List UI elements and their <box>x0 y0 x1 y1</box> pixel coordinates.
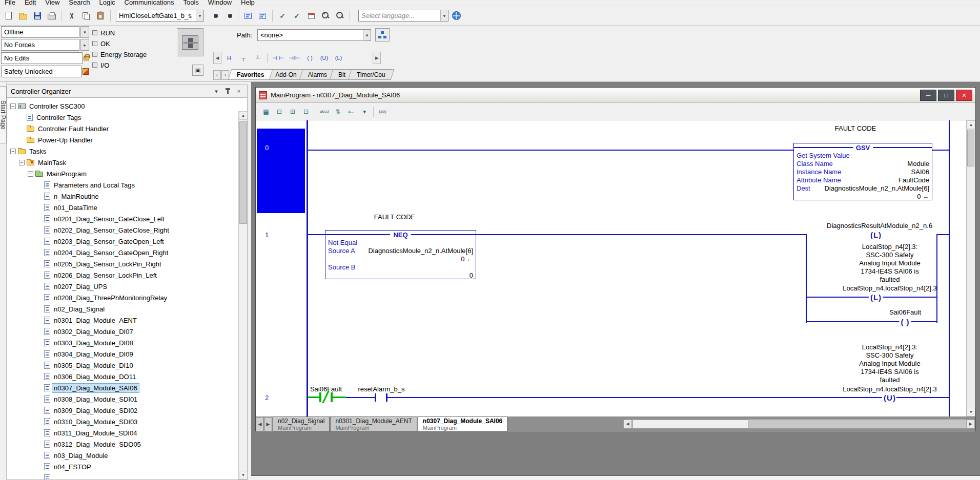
forces-status-box[interactable]: No Forces <box>1 39 79 51</box>
tree-item-n0304-diag-module-di09[interactable]: n0304_Diag_Module_DI09 <box>7 348 238 360</box>
routine-tab-n0301-diag-module-aent[interactable]: n0301_Diag_Module_AENTMainProgram <box>330 416 417 432</box>
tree-item-n0301-diag-module-aent[interactable]: n0301_Diag_Module_AENT <box>7 315 238 326</box>
zoom-in-button[interactable]: + <box>319 9 332 23</box>
routine-tab-n0307-diag-module-sai06[interactable]: n0307_Diag_Module_SAI06MainProgram <box>418 416 507 432</box>
tag-quick-combo[interactable]: HmiCloseLeftGate1_b_s ▾ <box>116 10 204 22</box>
xio-contact-bar[interactable] <box>319 392 321 402</box>
tree-item-n04-estop[interactable]: n04_ESTOP <box>7 461 238 472</box>
tree-item-n0302-diag-module-di07[interactable]: n0302_Diag_Module_DI07 <box>7 326 238 337</box>
xio-contact-button[interactable]: ⊣/⊢ <box>287 52 302 64</box>
scroll-down-icon[interactable]: ▼ <box>967 408 975 416</box>
toolbar-options-button[interactable]: ▣ <box>192 65 203 76</box>
restore-icon[interactable]: □ <box>938 90 954 101</box>
expander-icon[interactable]: − <box>19 160 25 165</box>
menu-item-help[interactable]: Help <box>236 0 259 6</box>
scroll-up-icon[interactable]: ▲ <box>239 111 248 120</box>
chevron-down-icon[interactable]: ▾ <box>440 10 448 21</box>
print-button[interactable] <box>45 9 58 23</box>
coil-tag[interactable]: DiagnosticsResultAtModule_n2_n.6 <box>827 222 932 229</box>
tabs-scroll-left-icon[interactable]: ◀ <box>256 417 264 431</box>
palette-tabs-left-icon[interactable]: ‹ <box>213 70 221 80</box>
grid-view-icon[interactable]: ▦ <box>260 106 272 118</box>
forces-menu-button[interactable]: ▸ <box>80 39 89 51</box>
expander-icon[interactable]: − <box>10 149 16 154</box>
new-button[interactable] <box>2 9 15 23</box>
tree-item-n0312-diag-module-sdo05[interactable]: n0312_Diag_Module_SDO05 <box>7 439 238 450</box>
rung-number[interactable]: 2 <box>265 394 269 402</box>
coil-tag[interactable]: Sai06Fault <box>889 308 921 316</box>
new-rung-button[interactable]: H <box>222 52 236 64</box>
otl-coil[interactable]: (L) <box>869 231 883 239</box>
zoom-out-button[interactable]: − <box>333 9 346 23</box>
tree-item-tasks[interactable]: −Tasks <box>7 145 238 157</box>
organizer-scrollbar[interactable]: ▲ ▼ <box>238 111 247 479</box>
palette-tab-add-on[interactable]: Add-On <box>268 69 303 80</box>
properties-button[interactable] <box>304 9 318 23</box>
menu-item-view[interactable]: View <box>40 0 64 6</box>
language-combo[interactable]: Select language... ▾ <box>358 10 448 22</box>
scrollbar-thumb[interactable] <box>967 130 974 166</box>
palette-scroll-right-icon[interactable]: ▶ <box>373 52 381 64</box>
sort-icon[interactable]: ⇅ <box>332 106 344 118</box>
neq-instruction[interactable]: NEQ Not Equal Source ADiagnosticsMoule_n… <box>325 230 476 279</box>
otl-coil[interactable]: (L) <box>869 293 883 302</box>
scroll-up-icon[interactable]: ▲ <box>967 120 975 129</box>
tree-item-controller-ssc300[interactable]: −Controller SSC300 <box>7 100 238 112</box>
safety-status-box[interactable]: Safety Unlocked <box>1 66 81 77</box>
controller-mode-box[interactable]: Offline <box>1 26 79 38</box>
menu-item-logic[interactable]: Logic <box>95 0 120 6</box>
ote-coil[interactable]: ( ) <box>899 318 911 326</box>
tree-item-n0309-diag-module-sdi02[interactable]: n0309_Diag_Module_SDI02 <box>7 405 238 416</box>
tree-item-n0201-diag-sensor-gateclose-left[interactable]: n0201_Diag_Sensor_GateClose_Left <box>7 213 238 224</box>
rung-number[interactable]: 1 <box>265 231 269 239</box>
open-button[interactable] <box>16 9 30 23</box>
organizer-menu-icon[interactable]: ▾ <box>212 87 221 96</box>
xic-contact-button[interactable]: ⊣ ⊢ <box>270 52 285 64</box>
rung-comment[interactable]: FAULT CODE <box>374 213 415 221</box>
gsv-instruction[interactable]: GSV Get System Value Class NameModule In… <box>793 143 932 200</box>
tree-item-n-mainroutine[interactable]: n_MainRoutine <box>7 191 238 202</box>
path-combo[interactable]: <none> ▾ <box>257 29 371 41</box>
editor-vertical-scrollbar[interactable]: ▲ ▼ <box>966 120 975 416</box>
verify-routine-button[interactable]: ✓ <box>276 9 289 23</box>
palette-tab-alarms[interactable]: Alarms <box>301 69 334 80</box>
tree-item-n0206-diag-sensor-lockpin-left[interactable]: n0206_Diag_Sensor_LockPin_Left <box>7 269 238 281</box>
find-text-icon[interactable]: a… <box>345 106 357 118</box>
menu-item-search[interactable]: Search <box>64 0 94 6</box>
edit-rung-icon[interactable]: ⊡ <box>300 106 312 118</box>
tree-item-n0306-diag-module-do11[interactable]: n0306_Diag_Module_DO11 <box>7 371 238 382</box>
chevron-down-icon[interactable]: ▾ <box>363 30 371 40</box>
tree-item-item[interactable] <box>7 472 238 479</box>
coil-tag[interactable]: LocalStop_n4.localStop_n4[2].3 <box>843 385 937 393</box>
toggle-ladder-view-button[interactable] <box>241 9 255 23</box>
palette-scroll-left-icon[interactable]: ◀ <box>213 52 221 64</box>
find-next-button[interactable] <box>221 9 235 23</box>
scrollbar-thumb[interactable] <box>239 121 247 224</box>
branch-button[interactable]: ┬ <box>237 52 250 64</box>
contact-tag[interactable]: resetAlarm_b_s <box>358 385 404 393</box>
routine-tab-n02-diag-signal[interactable]: n02_Diag_SignalMainProgram <box>273 416 330 432</box>
tree-item-mainprogram[interactable]: −MainProgram <box>7 168 238 179</box>
rung-number[interactable]: 0 <box>265 144 269 152</box>
who-active-button[interactable] <box>375 28 390 41</box>
tree-item-n01-datatime[interactable]: n01_DataTime <box>7 202 238 213</box>
tree-item-power-up-handler[interactable]: Power-Up Handler <box>7 134 238 145</box>
tree-item-n0307-diag-module-sai06[interactable]: n0307_Diag_Module_SAI06 <box>7 382 238 393</box>
ote-coil-button[interactable]: ( ) <box>303 52 316 64</box>
copy-button[interactable] <box>79 9 93 23</box>
save-button[interactable] <box>31 9 44 23</box>
chevron-down-icon[interactable]: ▾ <box>196 10 203 21</box>
otu-coil[interactable]: (U) <box>882 393 897 402</box>
tree-item-n0305-diag-module-di10[interactable]: n0305_Diag_Module_DI10 <box>7 360 238 371</box>
verify-controller-button[interactable]: ✓ <box>290 9 303 23</box>
editor-horizontal-scrollbar[interactable]: ◀ ▶ <box>623 419 975 429</box>
tree-item-parameters-and-local-tags[interactable]: Parameters and Local Tags <box>7 179 238 191</box>
branch-level-button[interactable]: ┴ <box>251 52 264 64</box>
selected-rung-margin[interactable] <box>257 129 305 213</box>
tree-item-n0204-diag-sensor-gateopen-right[interactable]: n0204_Diag_Sensor_GateOpen_Right <box>7 247 238 258</box>
tree-item-n0310-diag-module-sdi03[interactable]: n0310_Diag_Module_SDI03 <box>7 416 238 427</box>
expand-rungs-icon[interactable]: ⊞ <box>287 106 299 118</box>
show-tag-names-icon[interactable]: abcd <box>318 106 331 118</box>
editor-title-bar[interactable]: MainProgram - n0307_Diag_Module_SAI06 ─ … <box>256 88 975 103</box>
rung-comment[interactable]: FAULT CODE <box>835 124 876 132</box>
